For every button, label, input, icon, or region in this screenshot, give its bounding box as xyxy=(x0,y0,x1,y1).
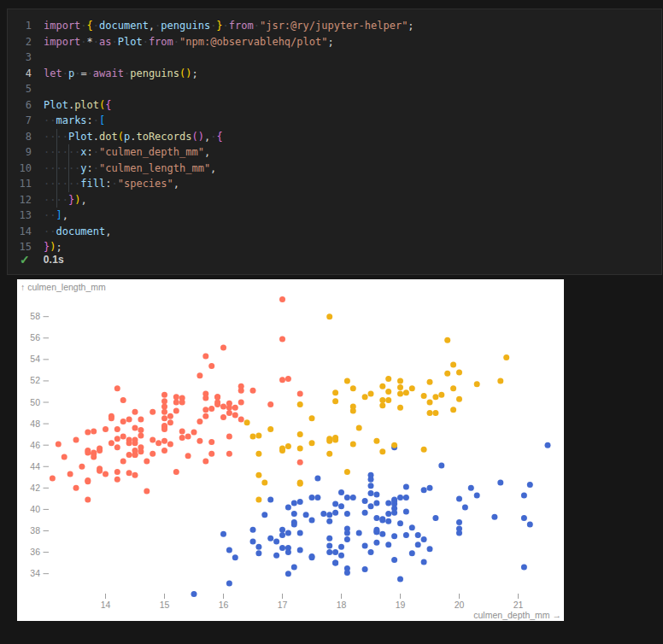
dot-chinstrap xyxy=(397,378,403,383)
dot-adelie xyxy=(474,493,480,499)
code-text: ··marks:·[ xyxy=(44,113,105,129)
dot-chinstrap xyxy=(326,313,332,319)
dot-gentoo xyxy=(114,426,120,432)
line-number: 4 xyxy=(8,66,32,82)
dot-adelie xyxy=(344,536,350,542)
dot-adelie xyxy=(497,480,503,486)
dot-gentoo xyxy=(132,409,138,415)
dot-chinstrap xyxy=(285,443,291,449)
dot-gentoo xyxy=(185,453,191,459)
dot-chinstrap xyxy=(403,389,409,395)
dot-chinstrap xyxy=(297,480,303,486)
dot-chinstrap xyxy=(432,410,438,416)
dot-gentoo xyxy=(226,451,232,457)
dot-gentoo xyxy=(161,415,167,421)
dot-gentoo xyxy=(150,451,155,457)
code-line[interactable]: 10······y:·"culmen_length_mm", xyxy=(8,161,661,177)
dot-gentoo xyxy=(126,470,132,476)
dot-adelie xyxy=(368,549,374,555)
dot-adelie xyxy=(368,472,374,478)
dot-adelie xyxy=(273,553,279,559)
dot-chinstrap xyxy=(255,432,261,438)
dot-chinstrap xyxy=(344,469,350,475)
dot-adelie xyxy=(427,485,433,491)
code-line[interactable]: 5 xyxy=(8,81,661,97)
dot-chinstrap xyxy=(385,376,391,382)
y-tick-label: 52 xyxy=(30,375,40,385)
dot-gentoo xyxy=(173,400,179,406)
code-line[interactable]: 12····}), xyxy=(8,192,661,208)
dot-chinstrap xyxy=(397,384,403,390)
dot-adelie xyxy=(521,565,527,571)
line-number: 3 xyxy=(8,50,32,66)
dot-chinstrap xyxy=(503,354,509,360)
dot-gentoo xyxy=(126,452,132,458)
y-tick-label: 56 xyxy=(30,332,40,342)
dot-gentoo xyxy=(161,404,167,410)
dot-gentoo xyxy=(220,414,226,420)
code-line[interactable]: 14··document, xyxy=(8,224,661,240)
y-tick-label: 58 xyxy=(30,311,40,321)
y-tick-label: 54 xyxy=(30,354,40,364)
x-axis-label: culmen_depth_mm → xyxy=(473,610,561,620)
x-tick-label: 19 xyxy=(396,600,406,610)
dot-adelie xyxy=(368,483,374,489)
dot-chinstrap xyxy=(368,391,374,397)
dot-gentoo xyxy=(226,401,232,407)
dot-chinstrap xyxy=(297,431,303,437)
dot-gentoo xyxy=(132,436,138,442)
code-line[interactable]: 6Plot.plot({ xyxy=(8,97,661,114)
cell-run-status: ✓ 0.1s xyxy=(8,250,661,269)
dot-gentoo xyxy=(109,440,114,446)
dot-adelie xyxy=(415,542,421,547)
code-line[interactable]: 2import·*·as·Plot·from·"npm:@observableh… xyxy=(8,34,661,50)
dot-adelie xyxy=(303,512,309,518)
code-line[interactable]: 7··marks:·[ xyxy=(8,113,661,129)
dot-adelie xyxy=(320,511,326,517)
dot-gentoo xyxy=(73,436,79,442)
dot-gentoo xyxy=(220,345,226,351)
dot-adelie xyxy=(391,557,397,563)
dot-adelie xyxy=(415,532,421,538)
y-tick-label: 38 xyxy=(30,525,40,536)
dot-gentoo xyxy=(161,448,167,454)
dot-chinstrap xyxy=(309,440,315,446)
dot-gentoo xyxy=(120,397,126,403)
y-tick-label: 36 xyxy=(30,547,40,557)
code-line[interactable]: 4let·p·=·await·penguins(); xyxy=(8,66,661,82)
code-line[interactable]: 11······fill:·"species", xyxy=(8,176,661,192)
dot-gentoo xyxy=(97,445,103,451)
code-line[interactable]: 13··], xyxy=(8,208,661,224)
dot-adelie xyxy=(468,485,474,491)
dot-adelie xyxy=(373,491,379,497)
dot-chinstrap xyxy=(385,389,391,395)
dot-adelie xyxy=(291,565,297,571)
dot-adelie xyxy=(409,550,415,556)
line-number: 12 xyxy=(8,192,32,208)
dot-gentoo xyxy=(91,428,97,434)
code-line[interactable]: 1import·{·document,·penguins·}·from·"jsr… xyxy=(8,18,661,34)
code-line[interactable]: 8····Plot.dot(p.toRecords(),·{ xyxy=(8,129,661,145)
code-editor[interactable]: 1import·{·document,·penguins·}·from·"jsr… xyxy=(7,9,662,275)
dot-gentoo xyxy=(97,465,103,471)
x-tick-label: 18 xyxy=(337,600,347,610)
code-line[interactable]: 9······x:·"culmen_depth_mm", xyxy=(8,144,661,161)
dot-gentoo xyxy=(91,454,97,460)
y-tick-label: 48 xyxy=(30,419,40,429)
dot-gentoo xyxy=(161,398,167,404)
dot-adelie xyxy=(267,497,273,503)
dot-gentoo xyxy=(208,451,214,457)
x-tick-label: 16 xyxy=(219,600,229,610)
dot-gentoo xyxy=(144,459,150,465)
dot-chinstrap xyxy=(438,392,444,398)
x-tick-label: 21 xyxy=(513,600,524,610)
code-line[interactable]: 3 xyxy=(8,50,661,66)
code-lines: 1import·{·document,·penguins·}·from·"jsr… xyxy=(8,18,661,255)
y-tick-label: 46 xyxy=(30,440,40,450)
dot-gentoo xyxy=(185,434,191,440)
line-number: 6 xyxy=(8,97,32,114)
dot-adelie xyxy=(385,542,391,547)
dot-gentoo xyxy=(297,460,303,465)
dot-chinstrap xyxy=(450,407,456,413)
dot-gentoo xyxy=(208,406,214,412)
